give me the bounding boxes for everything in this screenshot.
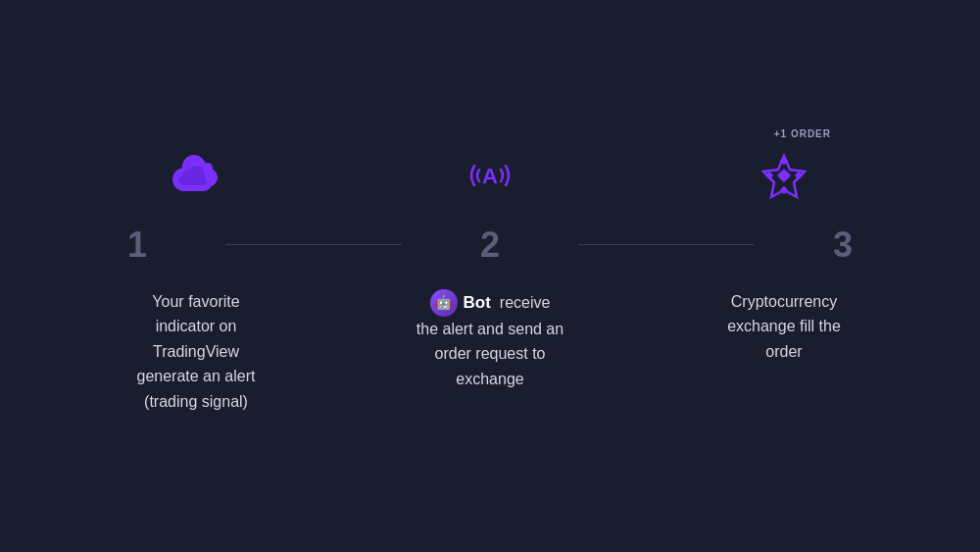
binance-icon	[755, 146, 813, 209]
step-1-number-block: 1	[49, 225, 225, 266]
step-1-text: Your favorite indicator on TradingView g…	[137, 289, 256, 415]
step-3-number-block: 3	[755, 225, 931, 266]
icons-row: A +1 ORDER	[49, 138, 931, 225]
step-2-number-block: 2	[402, 225, 578, 266]
step-3-icon-area: +1 ORDER	[755, 138, 813, 217]
main-container: A +1 ORDER	[49, 138, 931, 415]
step-2: A	[343, 138, 637, 225]
svg-rect-4	[795, 171, 803, 178]
descriptions-row: Your favorite indicator on TradingView g…	[49, 289, 931, 415]
bot-inline: 🤖 Bot	[430, 289, 491, 317]
svg-rect-2	[777, 168, 791, 181]
step-2-text: 🤖 Bot receive the alert and send an orde…	[416, 289, 564, 392]
step-3: +1 ORDER	[637, 138, 931, 225]
step-1	[49, 138, 343, 225]
order-badge: +1 ORDER	[774, 128, 831, 139]
cloud-icon	[167, 146, 225, 209]
connector-1-2	[225, 244, 402, 245]
step-3-number: 3	[823, 225, 862, 266]
step-2-description: 🤖 Bot receive the alert and send an orde…	[343, 289, 637, 392]
svg-rect-3	[765, 171, 773, 178]
step-1-number: 1	[118, 225, 157, 266]
step-1-description: Your favorite indicator on TradingView g…	[49, 289, 343, 415]
step-3-description: Cryptocurrency exchange fill the order	[637, 289, 931, 365]
svg-text:A: A	[482, 164, 498, 188]
step-2-number: 2	[470, 225, 510, 266]
bot-label-text: Bot	[464, 289, 491, 316]
step-1-icon-area	[167, 138, 225, 217]
numbers-row: 1 2 3	[49, 225, 931, 266]
bot-avatar: 🤖	[430, 289, 458, 317]
connector-2-3	[578, 244, 755, 245]
step-2-icon-area: A	[461, 138, 519, 217]
signal-icon: A	[461, 146, 519, 209]
step-3-text: Cryptocurrency exchange fill the order	[727, 289, 841, 365]
